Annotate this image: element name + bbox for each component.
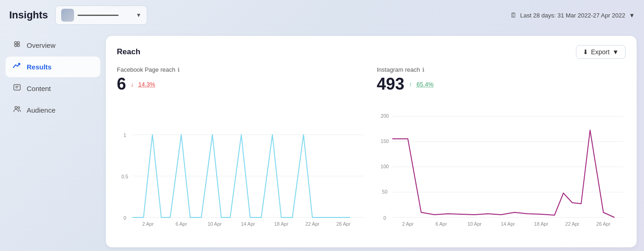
svg-text:18 Apr: 18 Apr [534,221,548,227]
facebook-arrow-icon: ↓ [131,81,134,88]
svg-text:26 Apr: 26 Apr [336,221,351,227]
svg-text:200: 200 [381,113,389,119]
svg-text:0.5: 0.5 [121,174,128,179]
svg-point-0 [15,42,17,44]
svg-point-7 [15,107,17,109]
svg-point-2 [15,45,17,47]
facebook-value: 6 [117,76,126,92]
date-range-chevron: ▼ [629,12,635,19]
overview-icon [12,40,22,51]
instagram-value: 493 [377,76,404,92]
svg-text:50: 50 [382,189,387,194]
facebook-section: Facebook Page reach ℹ 6 ↓ 14.3% 0 0.5 [117,66,366,227]
svg-text:0: 0 [123,215,126,221]
svg-text:10 Apr: 10 Apr [467,221,482,227]
svg-text:14 Apr: 14 Apr [501,221,515,227]
date-range-text: Last 28 days: 31 Mar 2022-27 Apr 2022 [520,12,625,19]
chevron-down-icon: ▼ [136,12,141,18]
facebook-value-row: 6 ↓ 14.3% [117,76,366,92]
instagram-section: Instagram reach ℹ 493 ↑ 65.4% 0 50 100 [377,66,626,227]
overview-label: Overview [27,41,56,49]
account-name: ━━━━━━━━━━━ [78,11,132,19]
svg-point-1 [17,42,20,44]
svg-text:6 Apr: 6 Apr [436,221,447,227]
sidebar-item-results[interactable]: Results [6,57,100,77]
audience-icon [12,104,22,116]
svg-text:10 Apr: 10 Apr [207,221,222,227]
instagram-label-text: Instagram reach [377,66,420,73]
date-range-selector[interactable]: 🗓 Last 28 days: 31 Mar 2022-27 Apr 2022 … [510,11,635,19]
svg-text:2 Apr: 2 Apr [402,221,414,227]
instagram-metric-label: Instagram reach ℹ [377,66,626,73]
svg-rect-4 [14,85,20,90]
svg-text:26 Apr: 26 Apr [596,221,610,227]
svg-text:0: 0 [383,215,386,221]
svg-point-3 [17,45,20,47]
instagram-chart-wrapper: 0 50 100 150 200 [377,98,626,227]
facebook-chart: 0 0.5 1 2 Apr [117,98,366,227]
sidebar-item-audience[interactable]: Audience [6,100,100,120]
sidebar: Overview Results Content [0,30,106,251]
account-avatar [61,9,74,22]
audience-label: Audience [27,106,56,114]
svg-text:1: 1 [123,132,126,138]
facebook-info-icon[interactable]: ℹ [178,67,180,73]
charts-row: Facebook Page reach ℹ 6 ↓ 14.3% 0 0.5 [117,66,626,227]
svg-text:6 Apr: 6 Apr [176,221,187,227]
sidebar-item-overview[interactable]: Overview [6,35,100,56]
svg-text:100: 100 [381,164,389,169]
calendar-icon: 🗓 [510,11,517,19]
facebook-label-text: Facebook Page reach [117,66,175,73]
svg-text:22 Apr: 22 Apr [565,221,580,227]
export-icon: ⬇ [583,48,588,56]
content-label: Content [27,85,51,92]
content-icon [12,83,22,94]
facebook-chart-wrapper: 0 0.5 1 2 Apr [117,98,366,227]
results-label: Results [27,63,52,71]
svg-point-8 [18,107,20,108]
header: Insights ━━━━━━━━━━━ ▼ 🗓 Last 28 days: 3… [0,0,644,30]
instagram-chart: 0 50 100 150 200 [377,98,626,227]
export-label: Export [591,48,610,56]
card-title: Reach [117,47,140,57]
header-left: Insights ━━━━━━━━━━━ ▼ [9,6,147,25]
instagram-value-row: 493 ↑ 65.4% [377,76,626,92]
card-header: Reach ⬇ Export ▼ [117,45,626,59]
main-layout: Overview Results Content [0,30,644,251]
facebook-change: 14.3% [138,81,155,88]
account-selector[interactable]: ━━━━━━━━━━━ ▼ [55,6,147,25]
content-area: Reach ⬇ Export ▼ Facebook Page reach ℹ 6 [106,30,644,251]
instagram-arrow-icon: ↑ [409,81,412,88]
svg-text:2 Apr: 2 Apr [142,221,154,227]
sidebar-item-content[interactable]: Content [6,78,100,99]
instagram-info-icon[interactable]: ℹ [422,67,425,73]
instagram-change: 65.4% [417,81,434,88]
svg-text:14 Apr: 14 Apr [241,221,255,227]
svg-text:22 Apr: 22 Apr [305,221,320,227]
svg-text:150: 150 [381,138,389,144]
reach-card: Reach ⬇ Export ▼ Facebook Page reach ℹ 6 [106,36,637,247]
page-title: Insights [9,9,48,21]
export-chevron: ▼ [612,48,619,56]
results-icon [12,61,22,73]
facebook-metric-label: Facebook Page reach ℹ [117,66,366,73]
export-button[interactable]: ⬇ Export ▼ [576,45,626,59]
svg-text:18 Apr: 18 Apr [274,221,288,227]
